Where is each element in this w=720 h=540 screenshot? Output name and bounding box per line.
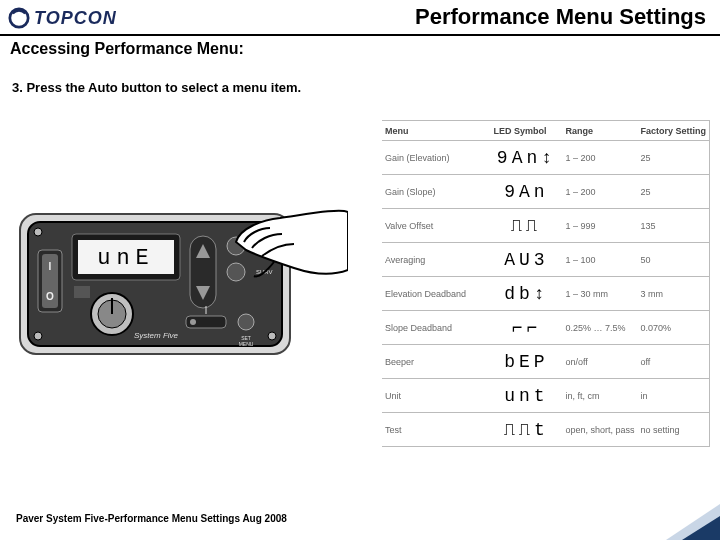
- svg-text:O: O: [46, 291, 54, 302]
- col-factory: Factory Setting: [637, 121, 709, 141]
- table-row: Averaging AU3 1 – 100 50: [382, 243, 709, 277]
- logo-icon: [8, 7, 30, 29]
- table-row: Valve Offset ⎍⎍ 1 – 999 135: [382, 209, 709, 243]
- led-symbol: db↕: [504, 284, 548, 304]
- table-header-row: Menu LED Symbol Range Factory Setting: [382, 121, 709, 141]
- svg-text:MENU: MENU: [239, 341, 254, 347]
- svg-point-27: [190, 319, 196, 325]
- table-row: Unit unt in, ft, cm in: [382, 379, 709, 413]
- table-row: Slope Deadband ⌐⌐ 0.25% … 7.5% 0.070%: [382, 311, 709, 345]
- col-range: Range: [562, 121, 637, 141]
- led-symbol: 9An↕: [497, 148, 556, 168]
- led-symbol: 9An: [504, 182, 548, 202]
- table-row: Test ⎍⎍t open, short, pass no setting: [382, 413, 709, 447]
- svg-point-3: [34, 228, 42, 236]
- settings-table: Menu LED Symbol Range Factory Setting Ga…: [382, 120, 710, 447]
- instruction-step: 3. Press the Auto button to select a men…: [12, 80, 301, 95]
- section-title: Accessing Performance Menu:: [10, 40, 244, 58]
- control-panel-illustration: I O unE System Five AUTO SURV SET MENU: [18, 198, 348, 364]
- table-row: Elevation Deadband db↕ 1 – 30 mm 3 mm: [382, 277, 709, 311]
- page-corner-decor-overlay-icon: [682, 516, 720, 540]
- table-row: Gain (Elevation) 9An↕ 1 – 200 25: [382, 141, 709, 175]
- svg-text:unE: unE: [97, 246, 155, 271]
- svg-point-29: [238, 314, 254, 330]
- divider: [0, 34, 720, 36]
- led-symbol: unt: [504, 386, 548, 406]
- table-row: Beeper bEP on/off off: [382, 345, 709, 379]
- page-title: Performance Menu Settings: [415, 4, 706, 30]
- svg-rect-17: [74, 286, 90, 298]
- footer-text: Paver System Five-Performance Menu Setti…: [16, 513, 287, 524]
- col-symbol: LED Symbol: [490, 121, 562, 141]
- col-menu: Menu: [382, 121, 490, 141]
- svg-point-5: [34, 332, 42, 340]
- led-symbol: ⌐⌐: [512, 318, 542, 338]
- svg-point-24: [227, 263, 245, 281]
- led-symbol: AU3: [504, 250, 548, 270]
- svg-text:System Five: System Five: [134, 331, 179, 340]
- svg-point-6: [268, 332, 276, 340]
- table-row: Gain (Slope) 9An 1 – 200 25: [382, 175, 709, 209]
- svg-text:I: I: [49, 261, 52, 272]
- brand-name: TOPCON: [34, 8, 117, 29]
- led-symbol: ⎍⎍: [511, 216, 541, 236]
- led-symbol: bEP: [504, 352, 548, 372]
- led-symbol: ⎍⎍t: [504, 420, 549, 440]
